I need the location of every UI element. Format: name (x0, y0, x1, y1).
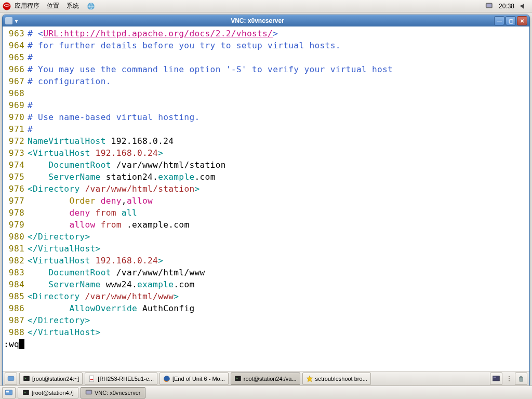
vnc-icon (85, 389, 92, 396)
outer-task-list: >_[root@station4:/]VNC: x0vncserver (18, 387, 145, 398)
line-number: 964 (3, 39, 28, 51)
terminal-icon: >_ (234, 375, 242, 382)
taskbar-item[interactable]: >_[root@station24:~] (19, 373, 83, 385)
line-number: 970 (3, 111, 28, 123)
editor-line: 964# for further details before you try … (3, 39, 529, 51)
line-number: 988 (3, 326, 28, 338)
taskbar-item[interactable]: setroubleshoot bro... (302, 373, 371, 385)
line-number: 963 (3, 28, 28, 39)
menu-system[interactable]: 系统 (66, 2, 79, 10)
svg-rect-22 (86, 390, 91, 393)
workspace-switcher-icon[interactable] (490, 373, 502, 385)
firefox-icon (163, 375, 170, 382)
taskbar-item[interactable]: [End of Unit 6 - Mo... (159, 373, 229, 385)
line-content: # (28, 123, 529, 135)
line-content: </VirtualHost> (28, 326, 529, 338)
line-number: 975 (3, 171, 28, 183)
svg-text:>_: >_ (24, 391, 28, 394)
line-content: <VirtualHost 192.168.0.24> (28, 147, 529, 159)
svg-text:>_: >_ (24, 377, 29, 380)
line-number: 980 (3, 231, 28, 243)
taskbar-item[interactable]: [RH253-RHEL5u1-e... (85, 373, 157, 385)
editor-line: 988</VirtualHost> (3, 326, 529, 338)
trash-icon[interactable] (515, 373, 527, 385)
line-content: NameVirtualHost 192.168.0.24 (28, 135, 529, 147)
vnc-client-area: 963# <URL:http://httpd.apache.org/docs/2… (3, 26, 529, 386)
menu-applications[interactable]: 应用程序 (15, 2, 39, 10)
window-buttons: — ▢ ✕ (494, 16, 527, 25)
line-content: deny from all (28, 207, 529, 219)
line-content: ServerName www24.example.com (28, 278, 529, 290)
line-number: 987 (3, 314, 28, 326)
line-content: # You may use the command line option '-… (28, 63, 529, 75)
line-content: # for further details before you try to … (28, 39, 529, 51)
line-number: 983 (3, 267, 28, 278)
line-number: 979 (3, 219, 28, 231)
volume-icon[interactable] (485, 2, 494, 10)
panel-grip-icon[interactable] (506, 376, 513, 381)
line-number: 977 (3, 195, 28, 207)
panel-clock[interactable]: 20:38 (499, 3, 514, 10)
line-number: 982 (3, 255, 28, 267)
redhat-logo-icon (2, 2, 11, 11)
taskbar-item[interactable]: >_root@station24:/va... (231, 373, 300, 385)
pdf-icon (88, 375, 96, 382)
line-number: 969 (3, 99, 28, 111)
editor-line: 973<VirtualHost 192.168.0.24> (3, 147, 529, 159)
line-content: AllowOverride AuthConfig (28, 302, 529, 314)
editor-line: 976<Directory /var/www/html/station> (3, 183, 529, 195)
editor-line: 971# (3, 123, 529, 135)
line-content: allow from .example.com (28, 219, 529, 231)
terminal-icon: >_ (23, 375, 30, 382)
line-content: # configuration. (28, 75, 529, 87)
close-button[interactable]: ✕ (517, 16, 527, 25)
line-content: # <URL:http://httpd.apache.org/docs/2.2/… (28, 28, 529, 39)
svg-rect-16 (494, 377, 496, 378)
line-content: <Directory /var/www/html/www> (28, 290, 529, 302)
line-content: # (28, 99, 529, 111)
window-menu-icon[interactable] (5, 17, 13, 25)
editor-line: 981</VirtualHost> (3, 243, 529, 255)
line-number: 981 (3, 243, 28, 255)
outer-bottom-panel: >_[root@station4:/]VNC: x0vncserver (0, 385, 532, 399)
editor-line: 978 deny from all (3, 207, 529, 219)
vim-command-text: :wq (4, 338, 19, 350)
svg-point-2 (5, 5, 9, 6)
line-number: 974 (3, 159, 28, 171)
cursor-block-icon (19, 339, 24, 349)
editor-line: 979 allow from .example.com (3, 219, 529, 231)
line-content: </Directory> (28, 231, 529, 243)
show-desktop-outer-button[interactable] (2, 387, 16, 398)
line-content (28, 87, 529, 99)
line-content: # (28, 51, 529, 63)
speaker-icon[interactable] (520, 2, 528, 10)
editor-line: 986 AllowOverride AuthConfig (3, 302, 529, 314)
menu-places[interactable]: 位置 (47, 2, 59, 10)
editor-line: 967# configuration. (3, 75, 529, 87)
line-number: 984 (3, 278, 28, 290)
minimize-button[interactable]: — (494, 16, 504, 25)
vnc-window-title: VNC: x0vncserver (21, 17, 494, 24)
line-number: 978 (3, 207, 28, 219)
line-number: 973 (3, 147, 28, 159)
editor-line: 975 ServerName station24.example.com (3, 171, 529, 183)
line-number: 966 (3, 63, 28, 75)
vim-editor[interactable]: 963# <URL:http://httpd.apache.org/docs/2… (3, 26, 529, 371)
line-content: </VirtualHost> (28, 243, 529, 255)
line-number: 967 (3, 75, 28, 87)
vnc-titlebar[interactable]: ▾ VNC: x0vncserver — ▢ ✕ (3, 15, 529, 26)
editor-line: 969# (3, 99, 529, 111)
editor-line: 983 DocumentRoot /var/www/html/www (3, 267, 529, 278)
show-desktop-inner-button[interactable] (5, 373, 17, 385)
window-menu-caret-icon[interactable]: ▾ (15, 18, 18, 24)
line-content: # Use name-based virtual hosting. (28, 111, 529, 123)
browser-launcher-icon[interactable] (86, 2, 96, 11)
taskbar-item-label: root@station24:/va... (244, 376, 297, 382)
vim-command-line[interactable]: :wq (3, 338, 529, 350)
maximize-button[interactable]: ▢ (506, 16, 516, 25)
taskbar-item-label: [root@station24:~] (32, 376, 79, 382)
terminal-icon: >_ (22, 389, 30, 396)
editor-line: 980</Directory> (3, 231, 529, 243)
taskbar-item[interactable]: VNC: x0vncserver (81, 387, 145, 398)
taskbar-item[interactable]: >_[root@station4:/] (18, 387, 78, 398)
